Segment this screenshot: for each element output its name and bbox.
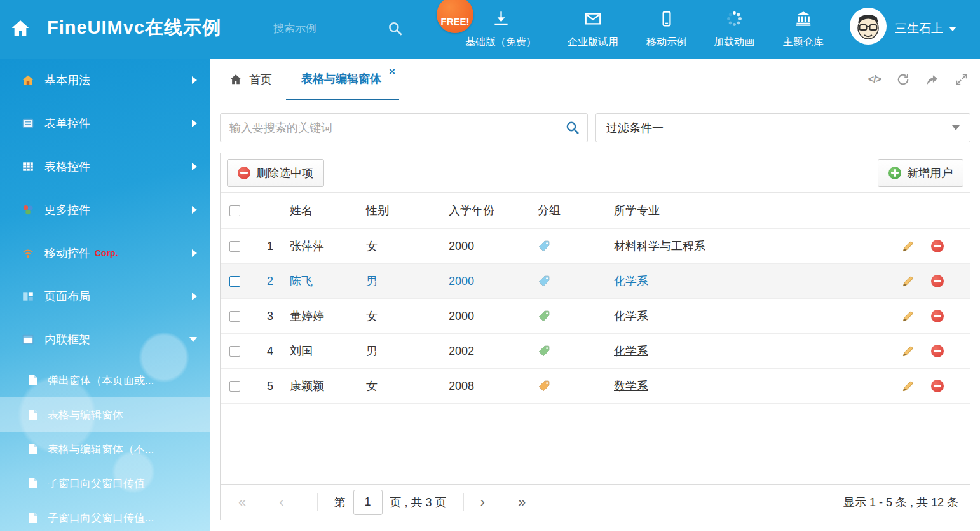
col-year: 入学年份 [449, 203, 538, 218]
filter-dropdown[interactable]: 过滤条件一 [595, 113, 970, 142]
cell-group [538, 380, 614, 392]
sidebar-item-mobile-controls[interactable]: 移动控件 Corp. [0, 231, 210, 275]
sidebar-submenu: 弹出窗体（本页面或... 表格与编辑窗体 表格与编辑窗体（不... 子窗口向父窗… [0, 361, 210, 531]
table-icon [22, 160, 34, 173]
sidebar-item-grid-controls[interactable]: 表格控件 [0, 145, 210, 188]
grid-toolbar: 删除选中项 新增用户 [221, 153, 970, 193]
page-label-prefix: 第 [334, 495, 346, 510]
sidebar-item-form-controls[interactable]: 表单控件 [0, 102, 210, 145]
nav-theme-store[interactable]: 主题仓库 [783, 10, 824, 49]
chevron-right-icon [192, 76, 197, 84]
page-number-input[interactable] [353, 490, 383, 515]
chevron-down-icon [952, 125, 960, 130]
nav-mobile-demo[interactable]: 移动示例 [646, 10, 687, 49]
sidebar-item-more-controls[interactable]: 更多控件 [0, 188, 210, 231]
chevron-right-icon [192, 120, 197, 127]
grid-panel: 删除选中项 新增用户 姓名 性别 入学年份 分组 所学专业 1 张萍萍 女 20… [220, 153, 970, 520]
keyword-search-input[interactable] [220, 113, 588, 142]
table-row[interactable]: 4 刘国 男 2002 化学系 [221, 334, 970, 369]
spinner-icon [726, 10, 743, 30]
sidebar-item-page-layout[interactable]: 页面布局 [0, 275, 210, 318]
select-all-checkbox[interactable] [229, 205, 240, 216]
open-in-new-icon[interactable] [925, 72, 939, 86]
sidebar-subitem-popup-window[interactable]: 弹出窗体（本页面或... [0, 363, 210, 397]
delete-row-icon[interactable] [931, 275, 944, 287]
sidebar-item-label: 移动控件 [44, 245, 90, 261]
nav-label: 加载动画 [714, 36, 754, 49]
table-row[interactable]: 3 董婷婷 女 2000 化学系 [221, 299, 970, 334]
edit-pencil-icon[interactable] [901, 380, 915, 393]
major-link[interactable]: 化学系 [614, 345, 648, 357]
cell-year: 2008 [449, 380, 538, 393]
edit-pencil-icon[interactable] [901, 310, 915, 323]
tag-icon [538, 310, 550, 322]
nav-basic-edition[interactable]: 基础版（免费） [465, 10, 536, 49]
major-link[interactable]: 数学系 [614, 380, 648, 392]
major-link[interactable]: 材料科学与工程系 [614, 240, 705, 252]
tab-grid-edit-window[interactable]: 表格与编辑窗体 × [286, 59, 399, 100]
delete-row-icon[interactable] [931, 310, 944, 322]
tab-label: 首页 [249, 72, 272, 87]
sidebar-subitem-label: 子窗口向父窗口传值... [48, 511, 154, 525]
major-link[interactable]: 化学系 [614, 310, 648, 322]
expand-icon[interactable] [955, 72, 969, 86]
header-search-input[interactable] [273, 18, 381, 39]
table-row[interactable]: 5 康颖颖 女 2008 数学系 [221, 369, 970, 404]
last-page-icon[interactable]: » [518, 495, 526, 509]
filter-row: 过滤条件一 [220, 113, 970, 142]
row-checkbox[interactable] [229, 276, 240, 287]
sidebar-subitem-child-to-parent-2[interactable]: 子窗口向父窗口传值... [0, 500, 210, 531]
file-icon [28, 409, 38, 420]
edit-pencil-icon[interactable] [901, 275, 915, 288]
cell-gender: 女 [366, 308, 449, 324]
row-checkbox[interactable] [229, 346, 240, 357]
tag-icon [538, 240, 550, 252]
edit-pencil-icon[interactable] [901, 240, 915, 253]
next-page-icon[interactable]: › [480, 495, 485, 509]
app-home-icon[interactable] [10, 18, 31, 41]
refresh-icon[interactable] [896, 72, 910, 86]
delete-row-icon[interactable] [931, 240, 944, 252]
chevron-down-icon [949, 27, 956, 31]
major-link[interactable]: 化学系 [614, 275, 648, 287]
sidebar-item-inline-frame[interactable]: 内联框架 [0, 318, 210, 361]
delete-row-icon[interactable] [931, 380, 944, 392]
source-code-icon[interactable]: </> [868, 74, 881, 85]
download-icon [493, 10, 510, 30]
nav-loading-animation[interactable]: 加载动画 [714, 10, 754, 49]
delete-row-icon[interactable] [931, 345, 944, 357]
add-user-button[interactable]: 新增用户 [878, 159, 963, 187]
envelope-icon [584, 10, 602, 30]
sidebar-subitem-grid-edit-window-2[interactable]: 表格与编辑窗体（不... [0, 432, 210, 466]
minus-circle-icon [238, 167, 250, 179]
sidebar-item-basic-usage[interactable]: 基本用法 [0, 59, 210, 102]
row-checkbox[interactable] [229, 241, 240, 252]
layout-icon [22, 290, 34, 303]
table-row[interactable]: 2 陈飞 男 2000 化学系 [221, 264, 970, 299]
cell-name: 董婷婷 [281, 308, 366, 324]
table-row[interactable]: 1 张萍萍 女 2000 材料科学与工程系 [221, 229, 970, 264]
delete-selected-button[interactable]: 删除选中项 [227, 159, 324, 187]
first-page-icon[interactable]: « [238, 495, 246, 509]
prev-page-icon[interactable]: ‹ [279, 495, 283, 509]
row-checkbox[interactable] [229, 381, 240, 392]
edit-pencil-icon[interactable] [901, 345, 915, 358]
sidebar-subitem-child-to-parent[interactable]: 子窗口向父窗口传值 [0, 466, 210, 500]
row-index: 3 [255, 310, 281, 323]
close-icon[interactable]: × [389, 66, 395, 77]
nav-enterprise-trial[interactable]: 企业版试用 [568, 10, 618, 49]
search-icon[interactable] [387, 20, 404, 39]
sidebar-subitem-grid-edit-window[interactable]: 表格与编辑窗体 [0, 397, 210, 432]
user-menu[interactable]: 三生石上 [895, 20, 956, 37]
divider [317, 493, 318, 511]
chevron-right-icon [192, 206, 197, 214]
search-icon[interactable] [565, 120, 580, 138]
row-index: 2 [255, 275, 281, 288]
sidebar-item-label: 更多控件 [44, 202, 90, 217]
user-avatar[interactable] [850, 8, 887, 45]
row-checkbox[interactable] [229, 311, 240, 322]
tab-home[interactable]: 首页 [229, 59, 272, 100]
corp-badge: Corp. [95, 248, 118, 258]
pagination-bar: « ‹ 第 页 , 共 3 页 › » 显示 1 - 5 条 , 共 12 条 [221, 484, 970, 520]
tag-icon [538, 380, 550, 392]
